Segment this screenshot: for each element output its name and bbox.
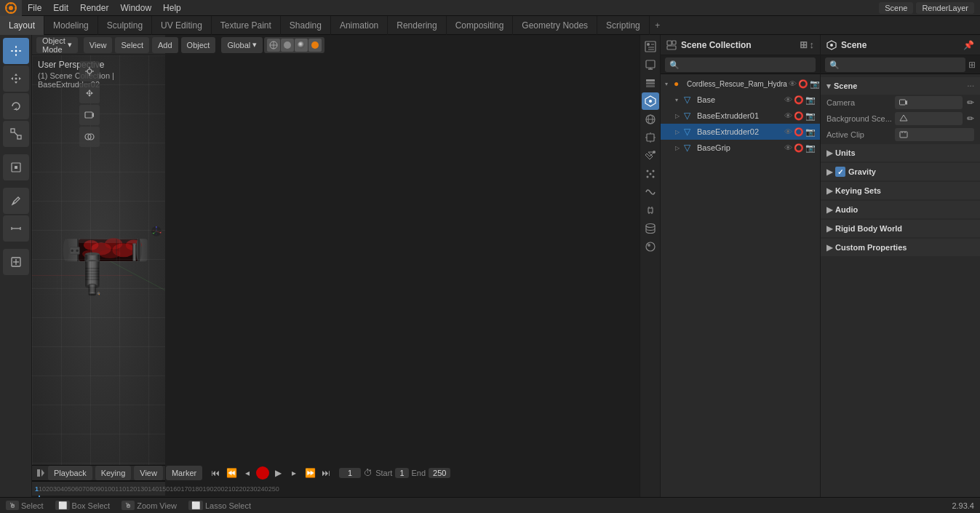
playback-menu-btn[interactable]: Playback: [48, 466, 92, 480]
object-menu-btn[interactable]: Object: [181, 37, 216, 53]
render-icon-3[interactable]: 📷: [805, 127, 816, 137]
select-icon-4[interactable]: ⭕: [794, 143, 804, 153]
marker-menu-btn[interactable]: Marker: [166, 466, 202, 480]
world-properties-tab[interactable]: [642, 111, 659, 128]
view-menu-btn[interactable]: View: [84, 37, 113, 53]
keying-menu-btn[interactable]: Keying: [95, 466, 132, 480]
next-frame-btn[interactable]: ⏩: [303, 466, 317, 480]
start-frame-input[interactable]: 1: [395, 468, 408, 478]
select-icon[interactable]: ⭕: [798, 79, 808, 89]
modifier-properties-tab[interactable]: [642, 147, 659, 164]
visibility-icon[interactable]: 👁: [789, 79, 797, 89]
bg-scene-edit-icon[interactable]: ✏: [967, 114, 974, 124]
play-btn[interactable]: ▶: [271, 466, 285, 480]
menu-render[interactable]: Render: [74, 0, 114, 16]
data-properties-tab[interactable]: [642, 220, 659, 237]
keying-sets-section-header[interactable]: ▶ Keying Sets: [821, 182, 980, 199]
gravity-checkbox[interactable]: ✓: [835, 167, 845, 177]
object-mode-selector[interactable]: Object Mode ▾: [36, 37, 78, 53]
measure-tool-button[interactable]: [3, 215, 29, 242]
outliner-item-4[interactable]: ▷ ▽ BaseGrip 👁 ⭕ 📷: [661, 140, 820, 156]
render-icon-4[interactable]: 📷: [805, 143, 816, 153]
constraints-properties-tab[interactable]: [642, 202, 659, 219]
render-icon-1[interactable]: 📷: [805, 95, 816, 105]
view-menu-timeline-btn[interactable]: View: [134, 466, 163, 480]
output-properties-tab[interactable]: [642, 56, 659, 73]
visibility-icon-3[interactable]: 👁: [784, 127, 792, 137]
viewport-tool-settings-btn[interactable]: [79, 61, 100, 81]
tab-geometry-nodes[interactable]: Geometry Nodes: [513, 16, 597, 35]
tab-layout[interactable]: Layout: [0, 16, 44, 35]
tab-compositing[interactable]: Compositing: [447, 16, 514, 35]
section-options-btn[interactable]: ⋯: [967, 82, 974, 90]
tab-modeling[interactable]: Modeling: [44, 16, 98, 35]
scene-selector[interactable]: Scene: [879, 2, 913, 14]
tab-rendering[interactable]: Rendering: [388, 16, 446, 35]
render-properties-tab[interactable]: [642, 38, 659, 55]
physics-properties-tab[interactable]: [642, 183, 659, 201]
clock-icon[interactable]: ⏱: [364, 468, 373, 478]
record-btn[interactable]: [256, 466, 269, 480]
outliner-item-3[interactable]: ▷ ▽ BaseExtrudder02 👁 ⭕ 📷: [661, 124, 820, 140]
units-section-header[interactable]: ▶ Units: [821, 144, 980, 162]
menu-edit[interactable]: Edit: [47, 0, 74, 16]
select-icon-3[interactable]: ⭕: [794, 127, 804, 137]
view-layer-properties-tab[interactable]: [642, 74, 659, 92]
rotate-tool-button[interactable]: [3, 93, 29, 119]
scene-properties-tab[interactable]: [642, 92, 659, 110]
tab-animation[interactable]: Animation: [331, 16, 388, 35]
timeline-icon[interactable]: [36, 467, 45, 479]
tab-scripting[interactable]: Scripting: [597, 16, 650, 35]
outliner-item-2[interactable]: ▷ ▽ BaseExtrudder01 👁 ⭕ 📷: [661, 108, 820, 124]
properties-search-input[interactable]: [825, 57, 965, 72]
gravity-section-header[interactable]: ▶ ✓ Gravity: [821, 163, 980, 180]
move-tool-button[interactable]: [3, 65, 29, 92]
material-properties-tab[interactable]: [642, 238, 659, 255]
viewport-overlay-btn[interactable]: [79, 127, 100, 147]
tab-sculpting[interactable]: Sculpting: [98, 16, 152, 35]
add-primitive-button[interactable]: [3, 249, 29, 275]
camera-value[interactable]: [895, 96, 963, 109]
tab-texture-paint[interactable]: Texture Paint: [212, 16, 281, 35]
tab-shading[interactable]: Shading: [281, 16, 331, 35]
transform-orientation-selector[interactable]: Global▾: [221, 37, 263, 53]
material-mode-btn[interactable]: [295, 39, 308, 52]
select-menu-btn[interactable]: Select: [115, 37, 149, 53]
outliner-item-0[interactable]: ▾ ● Cordless_Rescue_Ram_Hydra 👁 ⭕ 📷: [661, 76, 820, 92]
outliner-search-input[interactable]: [665, 57, 816, 72]
tab-uv-editing[interactable]: UV Editing: [152, 16, 212, 35]
viewport-camera-btn[interactable]: [79, 105, 100, 125]
render-layer-selector[interactable]: RenderLayer: [916, 2, 974, 14]
menu-window[interactable]: Window: [114, 0, 157, 16]
wireframe-mode-btn[interactable]: [267, 39, 280, 52]
rigid-body-section-header[interactable]: ▶ Rigid Body World: [821, 220, 980, 237]
select-icon-1[interactable]: ⭕: [794, 95, 804, 105]
visibility-icon-2[interactable]: 👁: [784, 111, 792, 121]
scene-section-header[interactable]: ▾ Scene ⋯: [821, 77, 980, 95]
outliner-filter-btn[interactable]: ⊞: [800, 39, 808, 50]
visibility-icon-4[interactable]: 👁: [784, 143, 792, 153]
viewport-pan-btn[interactable]: [79, 83, 100, 103]
viewport-3d[interactable]: X Y Z User Perspective (1) Scene Collect…: [32, 55, 165, 465]
transform-tool-button[interactable]: [3, 154, 29, 180]
camera-edit-icon[interactable]: ✏: [967, 98, 974, 108]
add-workspace-button[interactable]: +: [650, 16, 666, 35]
outliner-sort-btn[interactable]: ↕: [810, 39, 815, 50]
solid-mode-btn[interactable]: [281, 39, 294, 52]
bg-scene-value[interactable]: [895, 112, 963, 125]
select-icon-2[interactable]: ⭕: [794, 111, 804, 121]
prev-keyframe-btn[interactable]: ◂: [240, 466, 255, 480]
custom-properties-section-header[interactable]: ▶ Custom Properties: [821, 239, 980, 256]
properties-pin-btn[interactable]: 📌: [963, 40, 974, 50]
menu-file[interactable]: File: [22, 0, 47, 16]
outliner-item-1[interactable]: ▾ ▽ Base 👁 ⭕ 📷: [661, 92, 820, 108]
render-icon[interactable]: 📷: [810, 79, 820, 89]
prev-frame-btn[interactable]: ⏪: [224, 466, 239, 480]
go-to-start-btn[interactable]: ⏮: [208, 466, 223, 480]
go-to-end-btn[interactable]: ⏭: [319, 466, 333, 480]
render-icon-2[interactable]: 📷: [805, 111, 816, 121]
add-menu-btn[interactable]: Add: [152, 37, 178, 53]
annotate-tool-button[interactable]: [3, 188, 29, 214]
next-keyframe-btn[interactable]: ▸: [287, 466, 301, 480]
current-frame-input[interactable]: 1: [339, 468, 361, 478]
